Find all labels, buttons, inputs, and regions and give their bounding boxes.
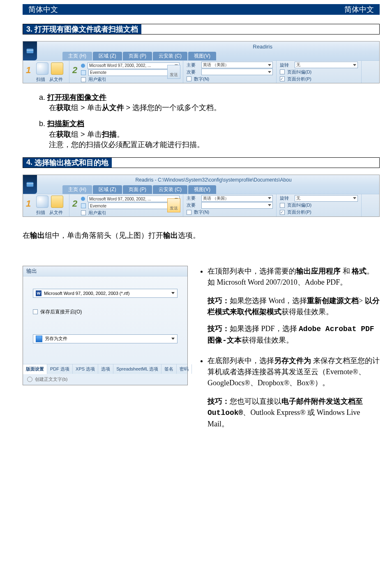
- analyze-checkbox[interactable]: [280, 76, 285, 81]
- tab-home-2[interactable]: 主页 (H): [62, 185, 92, 194]
- step-3b: b. 扫描新文档 在获取组 > 单击扫描。 注意，您的扫描仪必须配置正确才能进行…: [23, 119, 380, 150]
- secondary-lang-label: 次要: [187, 69, 199, 75]
- scanner-icon-2[interactable]: [36, 196, 48, 208]
- step-3a: a. 打开现有图像文件 在获取组 > 单击从文件 > 选择您的一个或多个文档。: [23, 92, 380, 113]
- output-group: 2 Microsoft Word 97, 2000, 2002, ... 发送 …: [69, 61, 183, 83]
- dlg-tab-sml[interactable]: SpreadsheetML 选项: [113, 364, 161, 374]
- dlg-tab-xps[interactable]: XPS 选项: [73, 364, 98, 374]
- user-index-label: 用户索引: [88, 76, 106, 83]
- language-group: 主要 英语 （美国） 次要 数字(N): [183, 61, 277, 83]
- lang-right: 简体中文: [344, 5, 374, 14]
- primary-lang-label: 主要: [187, 62, 199, 68]
- section-4-header: 4. 选择输出格式和目的地: [23, 157, 380, 168]
- ribbon-screenshot-1: Readiris 主页 (H) 区域 (Z) 页面 (P) 云安装 (C) 视图…: [23, 41, 380, 83]
- tab-view-2[interactable]: 视图(V): [188, 185, 216, 194]
- digits-checkbox[interactable]: [187, 76, 191, 81]
- word-icon: W: [36, 290, 42, 296]
- tab-cloud[interactable]: 云安装 (C): [153, 52, 187, 60]
- section-3-header: 3. 打开现有图像文件或者扫描文档: [23, 24, 380, 35]
- lang-left: 简体中文: [28, 5, 58, 14]
- create-body-radio[interactable]: [27, 377, 32, 382]
- tab-cloud-2[interactable]: 云安装 (C): [153, 185, 187, 194]
- destination-dropdown[interactable]: Evernote: [88, 69, 180, 76]
- destination-dropdown-2[interactable]: Evernote: [88, 203, 180, 209]
- format-dropdown-2[interactable]: Microsoft Word 97, 2000, 2002, ...: [88, 196, 180, 202]
- format-dropdown[interactable]: Microsoft Word 97, 2000, 2002, ...: [88, 62, 180, 69]
- bullet-bottom-list: 在底部列表中，选择另存文件为 来保存文档至您的计算机或者选择连接器将其发送至云（…: [208, 355, 380, 430]
- bullet-top-list: 在顶部列表中，选择需要的输出应用程序 和 格式。如 Microsoft Word…: [208, 266, 380, 346]
- tab-zone-2[interactable]: 区域 (Z): [93, 185, 122, 194]
- window-title-2: Readiris - C:\Windows\System32\config\sy…: [23, 175, 379, 185]
- rotation-group: 旋转 无 页面纠偏(D) 页面分析(P): [277, 61, 362, 83]
- tab-home[interactable]: 主页 (H): [62, 52, 92, 60]
- app-menu-icon-2[interactable]: [23, 175, 37, 194]
- output-dialog: 输出 W Microsoft Word 97, 2000, 2002, 2003…: [23, 266, 188, 385]
- from-file-button-label[interactable]: 从文件: [49, 76, 63, 83]
- window-title: Readiris: [23, 41, 379, 51]
- step-badge-2b: 2: [70, 196, 79, 212]
- dlg-tab-pdf[interactable]: PDF 选项: [47, 364, 73, 374]
- page-header: 简体中文 简体中文: [23, 4, 380, 15]
- scanner-icon[interactable]: [36, 62, 48, 75]
- dlg-tab-sign[interactable]: 签名: [161, 364, 177, 374]
- scan-group: 1 扫描 从文件: [23, 61, 69, 83]
- step-badge-1b: 1: [24, 196, 33, 212]
- section-3-number: 3. 打开现有图像文件或者扫描文档: [23, 24, 141, 34]
- svg-rect-0: [27, 49, 34, 53]
- dialog-title: 输出: [23, 266, 187, 276]
- bullet-icon: [81, 197, 85, 201]
- tab-view[interactable]: 视图(V): [188, 52, 216, 60]
- tab-zone[interactable]: 区域 (Z): [93, 52, 122, 60]
- cloud-icon: [81, 70, 86, 75]
- analyze-label: 页面分析(P): [287, 76, 311, 82]
- app-menu-icon[interactable]: [23, 41, 37, 60]
- disk-icon: [36, 336, 42, 342]
- open-after-checkbox[interactable]: [33, 309, 38, 314]
- right-instructions: 在顶部列表中，选择需要的输出应用程序 和 格式。如 Microsoft Word…: [198, 266, 380, 439]
- user-index-checkbox[interactable]: [81, 77, 86, 82]
- save-as-select[interactable]: 另存为文件: [33, 334, 178, 343]
- rotate-dropdown[interactable]: 无: [295, 62, 358, 68]
- bullet-icon: [81, 64, 85, 68]
- create-body-label: 创建正文文字(b): [35, 376, 67, 382]
- folder-icon-2[interactable]: [51, 196, 63, 208]
- tab-page[interactable]: 页面 (P): [123, 52, 152, 60]
- primary-lang-dropdown[interactable]: 英语 （美国）: [201, 62, 273, 68]
- scan-button-label[interactable]: 扫描: [36, 76, 45, 83]
- tab-page-2[interactable]: 页面 (P): [123, 185, 152, 194]
- folder-icon[interactable]: [51, 62, 63, 75]
- dialog-tabs: 版面设置 PDF 选项 XPS 选项 选项 SpreadsheetML 选项 签…: [23, 364, 187, 374]
- secondary-lang-dropdown[interactable]: [201, 69, 273, 75]
- send-button[interactable]: 发送: [167, 65, 180, 79]
- svg-rect-1: [27, 182, 34, 186]
- cloud-icon: [81, 203, 86, 208]
- deskew-checkbox[interactable]: [280, 69, 285, 74]
- deskew-label: 页面纠偏(D): [287, 69, 311, 75]
- step-badge-1: 1: [24, 62, 33, 78]
- output-paragraph: 在输出组中，单击角落箭头（见上图）打开输出选项。: [23, 230, 380, 241]
- open-after-label: 保存后直接开启(O): [40, 308, 82, 315]
- send-button-hot[interactable]: 发送: [167, 198, 180, 212]
- dlg-tab-pwd[interactable]: 密码: [177, 364, 192, 374]
- dlg-tab-opts[interactable]: 选项: [98, 364, 113, 374]
- ribbon-tabs: 主页 (H) 区域 (Z) 页面 (P) 云安装 (C) 视图(V): [23, 51, 379, 60]
- format-select[interactable]: W Microsoft Word 97, 2000, 2002, 2003 (*…: [33, 289, 178, 298]
- step-badge-2: 2: [70, 62, 79, 78]
- digits-label: 数字(N): [194, 76, 209, 82]
- rotate-label: 旋转: [280, 62, 292, 68]
- ribbon-screenshot-2: Readiris - C:\Windows\System32\config\sy…: [23, 175, 380, 217]
- dlg-tab-layout[interactable]: 版面设置: [23, 364, 47, 374]
